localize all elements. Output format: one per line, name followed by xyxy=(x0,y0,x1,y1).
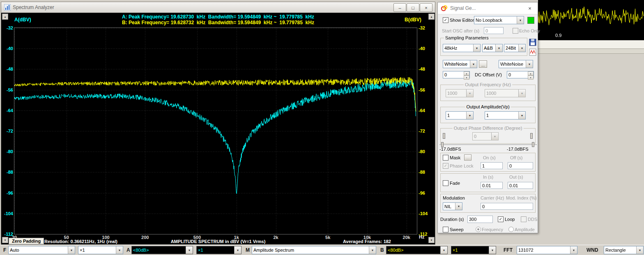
phase-slider-handle-b[interactable] xyxy=(530,133,533,139)
title-bar[interactable]: Spectrum Analyzer – □ × xyxy=(1,2,435,13)
y-tick-label-left: -32 xyxy=(2,25,13,30)
chevron-down-icon[interactable]: ▼ xyxy=(518,112,525,119)
toolbar-label-fft: FFT xyxy=(504,247,513,253)
channel-b-multiplier-combo[interactable]: ×1 ▼ xyxy=(451,246,496,254)
duration-input[interactable]: 300 xyxy=(467,216,493,223)
frequency-a-value: 1000 xyxy=(446,91,466,96)
axis-scroll-up-left-button[interactable]: ▲ xyxy=(2,14,8,20)
arrow-up-icon: ▲ xyxy=(430,16,433,18)
chevron-down-icon[interactable]: ▼ xyxy=(455,203,462,210)
channels-select[interactable]: A&B ▼ xyxy=(482,44,503,52)
editor-icon[interactable] xyxy=(529,48,536,56)
signal-generator-close-button[interactable]: × xyxy=(524,4,536,13)
channel-a-multiplier-combo[interactable]: ×1 ▼ xyxy=(196,246,242,254)
show-editor-checkbox[interactable]: ✓ xyxy=(443,17,448,23)
y-tick-label-left: -88 xyxy=(2,170,13,175)
loop-checkbox[interactable]: ✓ xyxy=(498,216,504,222)
dds-checkbox[interactable] xyxy=(521,216,527,222)
spin-down-icon[interactable]: ▼ xyxy=(528,76,534,80)
chevron-down-icon[interactable]: ▼ xyxy=(116,246,123,254)
fft-size-value: 131072 xyxy=(517,248,570,253)
waveform-b-select[interactable]: WhiteNoise ▼ xyxy=(499,60,533,68)
chevron-down-icon[interactable]: ▼ xyxy=(636,246,643,254)
chevron-down-icon[interactable]: ▼ xyxy=(473,44,480,52)
y-tick-label-left: -80 xyxy=(2,149,13,154)
echo-only-checkbox[interactable] xyxy=(513,28,518,34)
phase-difference-select[interactable]: 0 ▼ xyxy=(472,132,499,140)
modulation-type-select[interactable]: NIL ▼ xyxy=(443,202,462,210)
axis-scroll-up-right-button[interactable]: ▲ xyxy=(428,14,435,20)
amplitude-b-select[interactable]: 1 ▼ xyxy=(485,111,526,119)
y-tick-label-right: -72 xyxy=(419,129,431,133)
carrier-input[interactable]: 0 xyxy=(481,203,533,210)
chevron-down-icon[interactable]: ▼ xyxy=(68,246,75,254)
sweep-frequency-radio[interactable] xyxy=(476,227,481,232)
fade-out-input[interactable]: 0.01 xyxy=(508,182,533,189)
chevron-down-icon: ▼ xyxy=(491,133,498,140)
chevron-down-icon[interactable]: ▼ xyxy=(186,246,193,254)
freq-multiplier-combo[interactable]: ×1 ▼ xyxy=(78,246,123,254)
loopback-select[interactable]: No Loopback ▼ xyxy=(474,16,524,24)
minimize-button[interactable]: – xyxy=(393,3,406,12)
chevron-down-icon[interactable]: ▼ xyxy=(517,16,524,24)
spin-down-icon[interactable]: ▼ xyxy=(464,76,469,80)
close-button[interactable]: × xyxy=(420,3,432,12)
modulation-label: Modulation xyxy=(443,195,465,201)
y-tick-label-right: -56 xyxy=(419,87,431,92)
mask-on-label: On (s) xyxy=(483,155,496,161)
chevron-down-icon[interactable]: ▼ xyxy=(570,246,577,254)
chevron-down-icon[interactable]: ▼ xyxy=(440,246,447,254)
y-tick-label-left: -48 xyxy=(2,67,13,71)
bit-depth-select[interactable]: 24Bit ▼ xyxy=(504,44,526,52)
spin-up-icon[interactable]: ▲ xyxy=(528,71,534,76)
channel-a-range-combo[interactable]: <80dB> ▼ xyxy=(131,246,193,254)
amplitude-a-select[interactable]: 1 ▼ xyxy=(446,111,474,119)
mask-checkbox[interactable] xyxy=(443,155,448,161)
mask-off-input[interactable]: 0 xyxy=(508,162,533,169)
y-tick-label-left: -72 xyxy=(2,129,13,133)
freq-resolution-combo[interactable]: Auto ▼ xyxy=(8,246,75,254)
signal-generator-title-bar[interactable]: Signal Ge... × xyxy=(438,2,538,14)
fade-checkbox[interactable] xyxy=(443,180,448,186)
sweep-amplitude-radio[interactable] xyxy=(508,227,514,232)
channel-b-range-combo[interactable]: <80dB> ▼ xyxy=(386,246,448,254)
spinner-arrows[interactable]: ▲▼ xyxy=(464,71,469,78)
waveform-options-button[interactable]: ... xyxy=(479,60,487,68)
freq-resolution-value: Auto xyxy=(9,248,68,253)
spin-up-icon[interactable]: ▲ xyxy=(464,71,469,76)
fft-size-combo[interactable]: 131072 ▼ xyxy=(517,246,577,254)
dc-offset-a-spinner[interactable]: 0 ▲▼ xyxy=(443,71,470,78)
spectrum-plot-canvas[interactable] xyxy=(14,28,417,234)
start-osc-input[interactable]: 0 xyxy=(484,27,504,34)
phase-lock-checkbox[interactable]: ✓ xyxy=(443,163,448,169)
mask-on-input[interactable]: 1 xyxy=(481,162,503,169)
sweep-amplitude-label: Amplitude xyxy=(515,227,535,232)
dc-offset-b-spinner[interactable]: 0 ▲▼ xyxy=(507,71,534,78)
sweep-checkbox[interactable] xyxy=(443,227,448,232)
output-level-handle-b[interactable] xyxy=(532,142,534,147)
save-icon[interactable] xyxy=(529,39,536,46)
chevron-down-icon[interactable]: ▼ xyxy=(489,246,496,254)
generator-run-button[interactable] xyxy=(527,17,534,24)
phase-slider-handle-a[interactable] xyxy=(443,133,445,139)
chevron-down-icon[interactable]: ▼ xyxy=(495,44,502,52)
chevron-down-icon[interactable]: ▼ xyxy=(466,112,473,119)
math-mode-combo[interactable]: Amplitude Spectrum ▼ xyxy=(252,246,376,254)
window-function-combo[interactable]: Rectangle ▼ xyxy=(604,246,644,254)
chevron-down-icon[interactable]: ▼ xyxy=(369,246,376,254)
amplitude-b-value: 1 xyxy=(485,113,518,118)
spinner-arrows[interactable]: ▲▼ xyxy=(528,71,534,78)
sample-rate-select[interactable]: 48kHz ▼ xyxy=(443,44,481,52)
fade-in-input[interactable]: 0.01 xyxy=(481,182,503,189)
chevron-down-icon[interactable]: ▼ xyxy=(526,60,533,68)
mask-options-button[interactable]: ... xyxy=(464,154,472,161)
chevron-down-icon[interactable]: ▼ xyxy=(470,60,477,68)
frequency-b-select[interactable]: 1000 ▼ xyxy=(485,89,526,97)
chevron-down-icon[interactable]: ▼ xyxy=(234,246,241,254)
ellipsis-icon: ... xyxy=(466,156,469,160)
frequency-a-select[interactable]: 1000 ▼ xyxy=(446,89,474,97)
waveform-a-select[interactable]: WhiteNoise ▼ xyxy=(443,60,477,68)
maximize-button[interactable]: □ xyxy=(407,3,419,12)
output-level-slider-track[interactable] xyxy=(439,145,537,145)
chevron-down-icon[interactable]: ▼ xyxy=(518,44,525,52)
